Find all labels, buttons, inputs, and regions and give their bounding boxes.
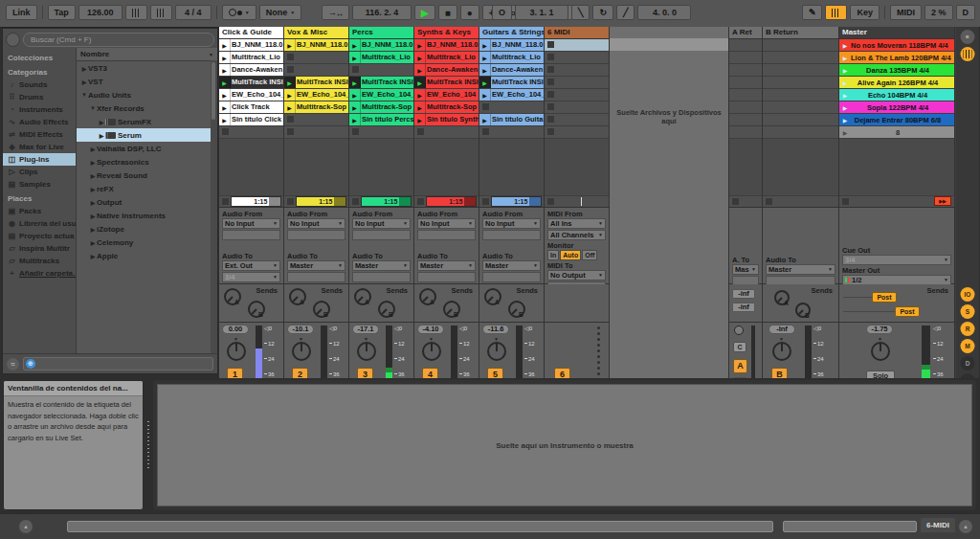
mixer-toggle-x[interactable]: X bbox=[961, 373, 975, 378]
track-stop-button[interactable] bbox=[287, 198, 294, 205]
clip[interactable]: ▶MultiTrack INSI bbox=[219, 77, 283, 88]
send-b-knob[interactable]: B bbox=[378, 301, 395, 318]
mixer-toggle-r[interactable]: R bbox=[961, 322, 975, 336]
clip-slot[interactable] bbox=[545, 126, 609, 139]
sidebar-item-clips[interactable]: ▷Clips bbox=[3, 166, 76, 178]
track-header[interactable]: Synths & Keys bbox=[414, 27, 479, 39]
chevron-right-icon[interactable]: ▶ bbox=[89, 213, 97, 219]
send-a-knob[interactable]: A bbox=[419, 288, 436, 305]
return-stop-button[interactable] bbox=[732, 198, 739, 205]
clip-slot[interactable]: ▶BJ_NNM_118.0 bbox=[284, 39, 348, 52]
scene-slot[interactable]: ▶Alive Again 126BPM 4/4 bbox=[839, 77, 954, 89]
clip-slot[interactable] bbox=[349, 64, 413, 77]
pan-knob[interactable] bbox=[227, 342, 246, 361]
track-activator[interactable]: 3 bbox=[357, 368, 373, 379]
scene-slot[interactable]: ▶Echo 104BPM 4/4 bbox=[839, 89, 954, 101]
nudge-up-button[interactable] bbox=[150, 5, 172, 20]
clip-stop-button[interactable] bbox=[287, 66, 294, 73]
clip[interactable]: ▶MultiTrack INSI bbox=[414, 77, 479, 88]
clip-stop-button[interactable] bbox=[482, 128, 489, 135]
stop-all-clips-button[interactable]: ▶▶ bbox=[934, 196, 951, 206]
info-toggle-icon[interactable]: ▲ bbox=[19, 520, 33, 533]
clip[interactable]: ▶Multitrack-Sop bbox=[414, 101, 479, 113]
track-activator[interactable]: 6 bbox=[554, 368, 570, 379]
clip-slot[interactable]: ▶Multitrack-Sop bbox=[284, 101, 348, 114]
clip-slot[interactable]: ▶MultiTrack INSI bbox=[219, 77, 283, 89]
browser-tree-item[interactable]: ▶Native Instruments bbox=[77, 209, 217, 222]
browser-tree-item[interactable]: ▶Valhalla DSP, LLC bbox=[77, 142, 217, 155]
chevron-right-icon[interactable]: ▶ bbox=[80, 65, 88, 72]
clip-slot[interactable] bbox=[545, 64, 609, 77]
selected-track-tab[interactable]: 6-MIDI bbox=[921, 518, 955, 532]
scene-play-icon[interactable]: ▶ bbox=[839, 117, 851, 124]
send-a-knob[interactable]: A bbox=[774, 290, 790, 305]
return-send-value[interactable]: -inf bbox=[732, 303, 755, 312]
clip[interactable]: ▶EW_Echo_104_ bbox=[349, 89, 413, 101]
browser-tree-item[interactable]: ▶reFX bbox=[77, 182, 217, 195]
clip-slot[interactable]: ▶Multitrack_Lio bbox=[349, 52, 413, 64]
scene-play-icon[interactable]: ▶ bbox=[839, 67, 851, 74]
track-header[interactable]: Guitars & Strings bbox=[479, 27, 544, 39]
panel-resize-handle[interactable] bbox=[146, 421, 150, 469]
sidebar-item-a-adir-carpeta-[interactable]: +Añadir carpeta… bbox=[3, 267, 76, 280]
scene-play-icon[interactable]: ▶ bbox=[839, 79, 851, 86]
send-b-post-button[interactable]: Post bbox=[895, 306, 920, 317]
chevron-right-icon[interactable]: ▶ bbox=[89, 146, 97, 152]
return-send-value[interactable]: -inf bbox=[732, 289, 755, 299]
clip-slot[interactable] bbox=[349, 126, 413, 139]
chevron-right-icon[interactable]: ▶ bbox=[89, 253, 97, 259]
clip[interactable]: ▶Multitrack_Lio bbox=[479, 52, 544, 63]
sidebar-item-multitracks[interactable]: ▱Multitracks bbox=[3, 255, 76, 267]
clip-play-icon[interactable]: ▶ bbox=[219, 89, 231, 101]
clip-slot[interactable]: ▶EW_Echo_104 bbox=[414, 89, 479, 101]
quantization-menu[interactable]: ▼ bbox=[222, 5, 256, 20]
midi-channel-select[interactable]: All Channels▼ bbox=[547, 230, 606, 240]
pan-knob[interactable] bbox=[772, 342, 791, 361]
pan-knob[interactable] bbox=[422, 342, 441, 361]
clip-play-icon[interactable]: ▶ bbox=[284, 39, 296, 51]
chevron-right-icon[interactable]: ▶ bbox=[98, 132, 105, 139]
key-map-button[interactable]: Key bbox=[850, 5, 880, 20]
return-a-audio-to-select[interactable]: Mas▼ bbox=[732, 264, 759, 275]
clip[interactable]: ▶MultiTrack INSI bbox=[349, 77, 413, 88]
browser-tree-item[interactable]: ▶Spectrasonics bbox=[77, 155, 217, 168]
loop-start-field[interactable]: 3. 1. 1 bbox=[515, 5, 568, 20]
track-stop-button[interactable] bbox=[417, 198, 424, 205]
clip-stop-button[interactable] bbox=[547, 91, 554, 98]
punch-out-button[interactable]: ╱ bbox=[616, 5, 635, 20]
clip-slot[interactable] bbox=[284, 126, 348, 139]
browser-tree-item[interactable]: ▼Audio Units bbox=[77, 88, 217, 101]
volume-value[interactable]: -10.1 bbox=[287, 325, 314, 334]
clip[interactable]: ▶EW_Echo_104_ bbox=[284, 89, 348, 101]
send-a-knob[interactable]: A bbox=[289, 288, 306, 305]
send-a-post-button[interactable]: Post bbox=[872, 292, 897, 303]
nudge-down-button[interactable] bbox=[125, 5, 147, 20]
track-stop-button[interactable] bbox=[352, 198, 359, 205]
clip[interactable]: ▶EW_Echo_104_ bbox=[479, 89, 544, 101]
clip-play-icon[interactable]: ▶ bbox=[219, 52, 231, 63]
sidebar-item-packs[interactable]: ▣Packs bbox=[3, 205, 76, 217]
volume-value[interactable]: -17.1 bbox=[352, 325, 379, 334]
midi-map-button[interactable]: MIDI bbox=[890, 5, 922, 20]
send-a-knob[interactable]: A bbox=[224, 288, 241, 305]
audio-to-select[interactable]: Master▼ bbox=[482, 260, 541, 271]
clip-slot[interactable]: ▶Multitrack_Lio bbox=[479, 52, 544, 64]
browser-tree-item[interactable]: ▶Celemony bbox=[77, 236, 217, 249]
clip[interactable]: ▶Multitrack_Lio bbox=[349, 52, 413, 63]
clip[interactable]: ▶EW_Echo_104 bbox=[414, 89, 479, 101]
scene-slot[interactable]: ▶Lion & The Lamb 120BPM 4/4 bbox=[839, 52, 954, 64]
clip-play-icon[interactable]: ▶ bbox=[479, 39, 491, 51]
sidebar-item-audio-effects[interactable]: ∿Audio Effects bbox=[3, 116, 76, 128]
audio-from-select[interactable]: No Input▼ bbox=[222, 218, 280, 229]
clip-stop-button[interactable] bbox=[547, 66, 554, 73]
pan-knob[interactable] bbox=[487, 342, 506, 361]
clip-stop-button[interactable] bbox=[352, 66, 359, 73]
sidebar-item-sounds[interactable]: ♪Sounds bbox=[3, 79, 76, 91]
browser-list-header[interactable]: Nombre▼ bbox=[77, 48, 217, 61]
clip[interactable]: ▶Sin título Guita bbox=[479, 114, 544, 125]
sidebar-item-drums[interactable]: ⠿Drums bbox=[3, 91, 76, 103]
solo-button[interactable]: Solo bbox=[866, 371, 895, 379]
clip[interactable]: ▶MultiTrack INSI bbox=[284, 77, 348, 88]
sidebar-item-proyecto-actua[interactable]: ▤Proyecto actua bbox=[3, 230, 76, 242]
clip-slot[interactable]: ▶MultiTrack INSI bbox=[414, 77, 479, 89]
